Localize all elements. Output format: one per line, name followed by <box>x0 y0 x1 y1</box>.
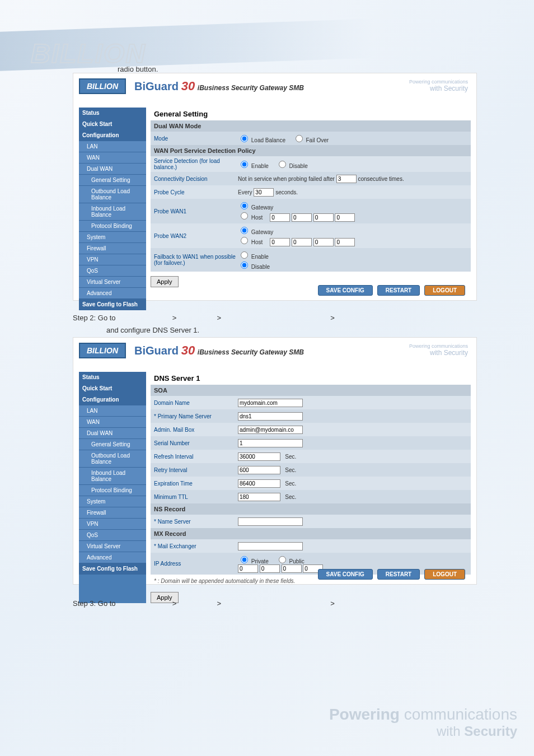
wan1-ip1[interactable] <box>270 213 290 222</box>
mt-input[interactable] <box>238 493 280 501</box>
wan2-ip2[interactable] <box>292 238 312 246</box>
wan2-gateway[interactable]: Gateway <box>238 229 273 235</box>
sd-enable[interactable]: Enable <box>238 163 269 169</box>
sidebar-item-qos[interactable]: QoS <box>79 265 146 277</box>
sidebar-item-protocol-binding[interactable]: Protocol Binding <box>79 485 146 496</box>
save-config-button[interactable]: SAVE CONFIG <box>318 285 373 296</box>
ipa-private[interactable]: Private <box>238 558 269 564</box>
ns-input[interactable] <box>238 517 303 526</box>
sidebar-item-vpn[interactable]: VPN <box>79 254 146 265</box>
sidebar-item-inbound-load-balance[interactable]: Inbound Load Balance <box>79 203 146 221</box>
probe-cycle-label: Probe Cycle <box>154 189 238 195</box>
wan1-ip2[interactable] <box>292 213 312 222</box>
ri-input[interactable] <box>238 452 280 461</box>
sidebar-item-firewall[interactable]: Firewall <box>79 507 146 519</box>
wan1-ip3[interactable] <box>313 213 334 222</box>
domain-label: Domain Name <box>154 400 238 406</box>
dns-title: DNS Server 1 <box>151 372 471 385</box>
sidebar-item-firewall[interactable]: Firewall <box>79 243 146 254</box>
sidebar-item-save-config-to-flash[interactable]: Save Config to Flash <box>79 299 146 310</box>
restart-button[interactable]: RESTART <box>377 285 420 296</box>
sidebar-item-configuration[interactable]: Configuration <box>79 394 146 405</box>
save-config-button[interactable]: SAVE CONFIG <box>318 569 373 580</box>
sidebar-item-advanced[interactable]: Advanced <box>79 552 146 563</box>
mode-failover[interactable]: Fail Over <box>293 137 329 143</box>
probe-cycle-input[interactable] <box>254 188 274 197</box>
et-input[interactable] <box>238 479 280 488</box>
sidebar-item-wan[interactable]: WAN <box>79 152 146 164</box>
mx-header: MX Record <box>151 528 471 539</box>
consecutive-input[interactable] <box>336 175 357 183</box>
sn-input[interactable] <box>238 439 303 447</box>
logout-button[interactable]: LOGOUT <box>424 569 465 580</box>
ipa-public[interactable]: Public <box>276 558 305 564</box>
sidebar-item-save-config-to-flash[interactable]: Save Config to Flash <box>79 563 146 575</box>
sidebar-item-quick-start[interactable]: Quick Start <box>79 383 146 394</box>
logout-button[interactable]: LOGOUT <box>424 285 465 296</box>
sidebar-item-system[interactable]: System <box>79 232 146 243</box>
failback-enable[interactable]: Enable <box>238 254 269 260</box>
sidebar-item-outbound-load-balance[interactable]: Outbound Load Balance <box>79 186 146 203</box>
sn-label: Serial Number <box>154 440 238 446</box>
mx-input[interactable] <box>238 542 303 550</box>
mx-label: * Mail Exchanger <box>154 543 238 549</box>
sidebar-item-virtual-server[interactable]: Virtual Server <box>79 541 146 552</box>
sidebar-item-quick-start[interactable]: Quick Start <box>79 119 146 130</box>
failback-label: Failback to WAN1 when possible (for fail… <box>154 254 238 266</box>
step2-text-cont: and configure DNS Server 1. <box>106 326 199 334</box>
sidebar-item-advanced[interactable]: Advanced <box>79 288 146 299</box>
mode-loadbalance[interactable]: Load Balance <box>238 137 285 143</box>
brand-num: 30 <box>181 79 195 93</box>
brand-box: BILLION <box>79 78 126 94</box>
wan2-host[interactable]: Host <box>238 239 263 245</box>
et-label: Expiration Time <box>154 480 238 487</box>
brand-num: 30 <box>181 343 195 357</box>
restart-button[interactable]: RESTART <box>377 569 420 580</box>
sidebar-item-configuration[interactable]: Configuration <box>79 130 146 141</box>
ipa-ip2[interactable] <box>260 564 280 573</box>
dual-wan-header: Dual WAN Mode <box>151 120 471 132</box>
brand-title: BiGuard 30 iBusiness Security Gateway SM… <box>134 79 304 94</box>
sidebar-item-lan[interactable]: LAN <box>79 141 146 152</box>
sidebar-item-inbound-load-balance[interactable]: Inbound Load Balance <box>79 468 146 485</box>
sidebar-item-status[interactable]: Status <box>79 108 146 119</box>
sidebar-item-wan[interactable]: WAN <box>79 417 146 428</box>
ipa-ip3[interactable] <box>282 564 302 573</box>
rt-input[interactable] <box>238 466 280 474</box>
brand-subtitle: iBusiness Security Gateway SMB <box>198 84 304 92</box>
sidebar-item-vpn[interactable]: VPN <box>79 519 146 530</box>
failback-disable[interactable]: Disable <box>238 264 270 270</box>
step3-text: Step 3: Go to > > > <box>73 599 335 608</box>
wan-port-header: WAN Port Service Detection Policy <box>151 145 471 156</box>
sidebar-item-general-setting[interactable]: General Setting <box>79 175 146 186</box>
footer-powering: Powering communications with Security <box>329 706 517 739</box>
sidebar-item-general-setting[interactable]: General Setting <box>79 439 146 450</box>
sidebar-item-protocol-binding[interactable]: Protocol Binding <box>79 221 146 232</box>
billion-logo: BILLION <box>31 38 146 69</box>
sidebar-item-outbound-load-balance[interactable]: Outbound Load Balance <box>79 450 146 468</box>
apply-button[interactable]: Apply <box>151 276 179 287</box>
sidebar-item-qos[interactable]: QoS <box>79 530 146 541</box>
sidebar-item-dual-wan[interactable]: Dual WAN <box>79 428 146 439</box>
sidebar-item-status[interactable]: Status <box>79 372 146 383</box>
wan2-ip4[interactable] <box>335 238 355 246</box>
brand-subtitle: iBusiness Security Gateway SMB <box>198 348 304 356</box>
probe-wan1-label: Probe WAN1 <box>154 208 238 214</box>
ipa-ip1[interactable] <box>238 564 258 573</box>
domain-input[interactable] <box>238 399 303 407</box>
sidebar-item-virtual-server[interactable]: Virtual Server <box>79 277 146 288</box>
wan1-gateway[interactable]: Gateway <box>238 204 273 211</box>
wan2-ip1[interactable] <box>270 238 290 246</box>
amb-input[interactable] <box>238 426 303 434</box>
general-setting-content: General Setting Dual WAN Mode Mode Load … <box>146 108 471 310</box>
service-detection-label: Service Detection (for load balance.) <box>154 158 238 170</box>
sidebar-item-dual-wan[interactable]: Dual WAN <box>79 164 146 175</box>
sidebar-item-lan[interactable]: LAN <box>79 405 146 417</box>
sd-disable[interactable]: Disable <box>276 163 308 169</box>
sidebar-item-system[interactable]: System <box>79 496 146 507</box>
wan1-ip4[interactable] <box>335 213 355 222</box>
soa-header: SOA <box>151 385 471 396</box>
wan2-ip3[interactable] <box>313 238 334 246</box>
wan1-host[interactable]: Host <box>238 214 263 221</box>
pns-input[interactable] <box>238 412 303 421</box>
